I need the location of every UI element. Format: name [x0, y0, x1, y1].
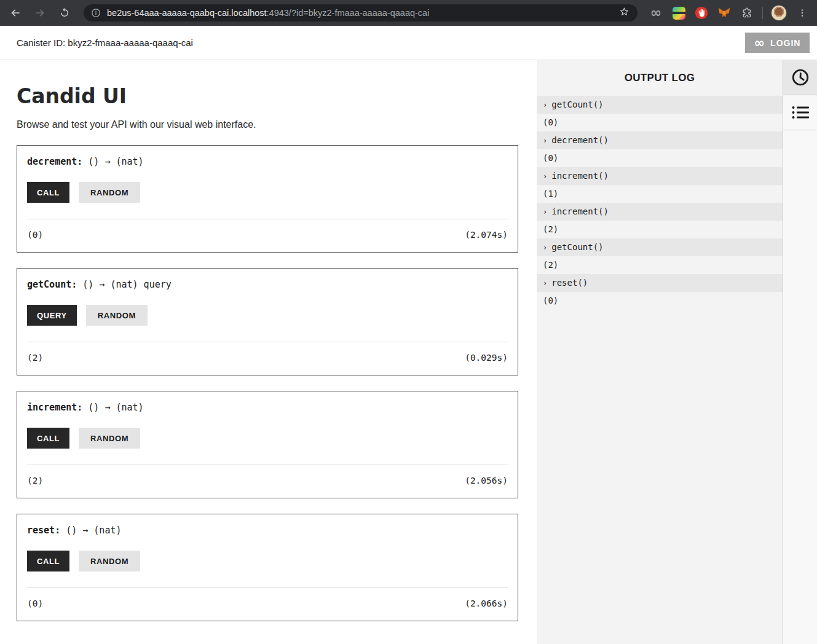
- chevron-prefix: ›: [543, 172, 547, 181]
- method-duration: (2.056s): [465, 474, 508, 487]
- log-result-row: (1): [537, 185, 783, 203]
- content-blocker-extension-icon[interactable]: [694, 6, 709, 20]
- method-card-getcount: getCount:() → (nat) query QUERY RANDOM (…: [17, 268, 518, 375]
- log-result-row: (0): [537, 149, 783, 167]
- clock-icon: [791, 68, 810, 87]
- login-label: LOGIN: [770, 38, 800, 48]
- page-title: Candid UI: [17, 85, 537, 108]
- chevron-prefix: ›: [543, 101, 547, 109]
- log-command-row: ›getCount(): [537, 238, 783, 256]
- browser-menu-icon[interactable]: [795, 6, 810, 20]
- site-header: Canister ID: bkyz2-fmaaa-aaaaa-qaaaq-cai…: [0, 26, 817, 60]
- card-divider: [27, 465, 508, 465]
- method-card-reset: reset:() → (nat) CALL RANDOM (0) (2.066s…: [17, 514, 518, 621]
- log-result-row: (2): [537, 256, 783, 274]
- profile-avatar[interactable]: [771, 5, 787, 21]
- output-log-title: OUTPUT LOG: [537, 60, 783, 96]
- page-info-icon[interactable]: [91, 8, 101, 18]
- card-divider: [27, 219, 508, 219]
- chevron-prefix: ›: [543, 208, 547, 216]
- random-button[interactable]: RANDOM: [79, 182, 140, 203]
- methods-list-tab[interactable]: [783, 95, 817, 130]
- history-tab[interactable]: [783, 60, 817, 95]
- toolbar-divider: [762, 7, 763, 19]
- log-entries: ›getCount()(0)›decrement()(0)›increment(…: [537, 96, 783, 310]
- log-result-row: (0): [537, 292, 783, 310]
- log-command-row: ›getCount(): [537, 96, 783, 114]
- reload-icon[interactable]: [57, 5, 73, 21]
- back-icon[interactable]: [7, 5, 23, 21]
- chevron-prefix: ›: [543, 279, 547, 288]
- method-result: (2): [27, 351, 43, 364]
- random-button[interactable]: RANDOM: [79, 551, 140, 571]
- card-divider: [27, 342, 508, 342]
- chevron-prefix: ›: [543, 243, 547, 252]
- output-log-panel: OUTPUT LOG ›getCount()(0)›decrement()(0)…: [537, 60, 783, 644]
- monster-extension-icon[interactable]: [671, 6, 686, 20]
- method-signature: getCount:() → (nat) query: [27, 278, 508, 291]
- bookmark-star-icon[interactable]: [618, 6, 630, 20]
- infinity-icon: ∞: [754, 37, 765, 49]
- log-command-row: ›increment(): [537, 203, 783, 221]
- method-result: (0): [27, 597, 43, 610]
- forward-icon[interactable]: [32, 5, 48, 21]
- method-card-decrement: decrement:() → (nat) CALL RANDOM (0) (2.…: [17, 145, 518, 253]
- method-signature: increment:() → (nat): [27, 401, 508, 414]
- method-duration: (0.029s): [465, 351, 508, 364]
- browser-toolbar: be2us-64aaa-aaaaa-qaabq-cai.localhost:49…: [0, 0, 817, 26]
- random-button[interactable]: RANDOM: [86, 305, 148, 326]
- url-text: be2us-64aaa-aaaaa-qaabq-cai.localhost:49…: [107, 8, 429, 18]
- extensions-area: ∞: [649, 5, 810, 21]
- log-result-row: (0): [537, 114, 783, 132]
- card-divider: [27, 587, 508, 588]
- log-result-row: (2): [537, 221, 783, 238]
- log-tab-strip: [783, 60, 817, 644]
- method-result: (2): [27, 474, 43, 487]
- page-subtitle: Browse and test your API with our visual…: [17, 118, 537, 132]
- list-icon: [791, 104, 810, 120]
- method-duration: (2.066s): [465, 597, 508, 610]
- address-bar[interactable]: be2us-64aaa-aaaaa-qaabq-cai.localhost:49…: [84, 4, 637, 22]
- log-command-row: ›reset(): [537, 274, 783, 292]
- login-button[interactable]: ∞ LOGIN: [745, 33, 810, 53]
- fox-wallet-extension-icon[interactable]: [717, 6, 732, 20]
- call-button[interactable]: CALL: [27, 428, 69, 449]
- call-button[interactable]: CALL: [27, 551, 69, 571]
- method-signature: decrement:() → (nat): [27, 155, 508, 168]
- canister-id-label: Canister ID: bkyz2-fmaaa-aaaaa-qaaaq-cai: [17, 37, 193, 48]
- log-command-row: ›increment(): [537, 167, 783, 185]
- method-signature: reset:() → (nat): [27, 524, 508, 536]
- method-duration: (2.074s): [465, 229, 508, 241]
- method-result: (0): [27, 229, 43, 241]
- infinity-extension-icon[interactable]: ∞: [649, 6, 663, 20]
- random-button[interactable]: RANDOM: [79, 428, 140, 449]
- chevron-prefix: ›: [543, 136, 547, 145]
- main-content: Candid UI Browse and test your API with …: [0, 60, 537, 644]
- method-card-increment: increment:() → (nat) CALL RANDOM (2) (2.…: [17, 391, 518, 498]
- extensions-puzzle-icon[interactable]: [740, 6, 754, 20]
- query-button[interactable]: QUERY: [27, 305, 77, 326]
- call-button[interactable]: CALL: [27, 182, 69, 203]
- log-command-row: ›decrement(): [537, 132, 783, 149]
